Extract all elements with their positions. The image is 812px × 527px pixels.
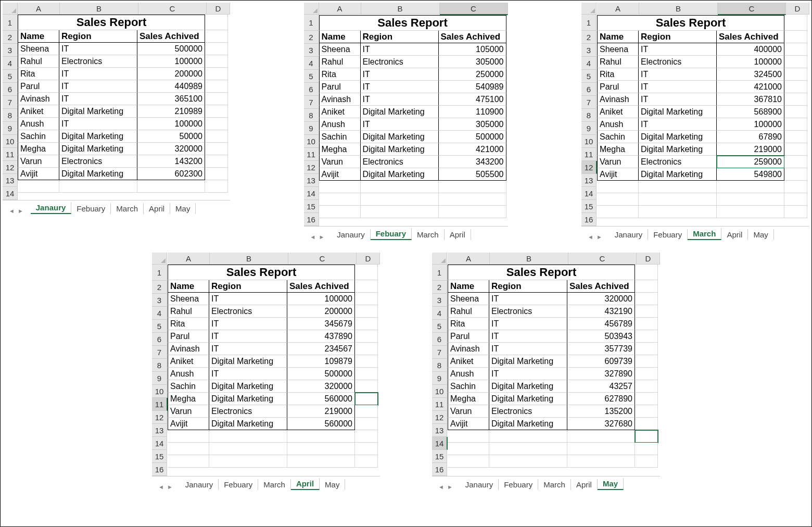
empty-cell[interactable] bbox=[717, 181, 784, 193]
empty-cell[interactable] bbox=[717, 193, 784, 206]
col-header-D[interactable]: D bbox=[357, 253, 380, 265]
header-B[interactable]: Region bbox=[639, 31, 717, 43]
data-cell[interactable]: 100000 bbox=[717, 118, 784, 131]
data-cell[interactable]: 327890 bbox=[567, 368, 635, 380]
data-cell[interactable]: 219000 bbox=[287, 405, 355, 418]
data-cell[interactable]: 437890 bbox=[287, 330, 355, 343]
row-header-9[interactable]: 9 bbox=[432, 372, 447, 385]
select-all-corner[interactable] bbox=[152, 253, 167, 265]
data-cell[interactable]: 250000 bbox=[439, 68, 506, 81]
row-header-6[interactable]: 6 bbox=[432, 333, 447, 346]
cell-D1[interactable] bbox=[784, 15, 807, 31]
data-cell[interactable]: Rita bbox=[319, 68, 361, 81]
data-cell[interactable]: IT bbox=[209, 368, 287, 380]
empty-cell[interactable] bbox=[448, 430, 489, 443]
col-header-C[interactable]: C bbox=[288, 253, 357, 265]
sheet-tab-april[interactable]: April bbox=[571, 479, 598, 490]
data-cell[interactable]: Rita bbox=[168, 318, 209, 330]
row-header-4[interactable]: 4 bbox=[3, 57, 18, 70]
data-cell[interactable]: 609739 bbox=[567, 355, 635, 368]
data-cell[interactable]: Sheena bbox=[319, 43, 361, 56]
sheet-tab-janaury[interactable]: Janaury bbox=[610, 229, 648, 240]
empty-cell[interactable] bbox=[59, 180, 137, 193]
row-header-5[interactable]: 5 bbox=[3, 70, 18, 83]
header-C[interactable]: Sales Achived bbox=[137, 30, 205, 43]
data-cell[interactable]: IT bbox=[489, 318, 567, 330]
cell-D13[interactable] bbox=[784, 168, 807, 181]
tab-next-icon[interactable]: ► bbox=[447, 484, 453, 490]
data-cell[interactable]: 200000 bbox=[287, 305, 355, 318]
data-cell[interactable]: Digital Marketing bbox=[59, 168, 137, 180]
data-cell[interactable]: Electronics bbox=[489, 405, 567, 418]
data-cell[interactable]: Sachin bbox=[597, 131, 639, 143]
row-header-3[interactable]: 3 bbox=[3, 44, 18, 57]
row-header-3[interactable]: 3 bbox=[432, 294, 447, 307]
cell-D1[interactable] bbox=[635, 265, 658, 280]
cell-D1[interactable] bbox=[205, 15, 228, 30]
row-header-15[interactable]: 15 bbox=[304, 200, 319, 213]
data-cell[interactable]: Digital Marketing bbox=[489, 380, 567, 393]
data-cell[interactable]: 540989 bbox=[439, 81, 506, 93]
data-cell[interactable]: Anush bbox=[319, 118, 361, 131]
sheet-tab-march[interactable]: March bbox=[688, 228, 721, 240]
data-cell[interactable]: 135200 bbox=[567, 405, 635, 418]
row-header-12[interactable]: 12 bbox=[152, 411, 167, 424]
empty-cell[interactable] bbox=[639, 193, 717, 206]
title-cell[interactable]: Sales Report bbox=[597, 15, 784, 31]
data-cell[interactable]: 43257 bbox=[567, 380, 635, 393]
empty-cell[interactable] bbox=[597, 206, 639, 218]
row-header-13[interactable]: 13 bbox=[3, 174, 18, 187]
row-header-16[interactable]: 16 bbox=[432, 463, 447, 476]
data-cell[interactable]: 440989 bbox=[137, 80, 205, 93]
header-C[interactable]: Sales Achived bbox=[567, 280, 635, 293]
row-header-10[interactable]: 10 bbox=[432, 385, 447, 398]
data-cell[interactable]: IT bbox=[209, 343, 287, 355]
row-header-7[interactable]: 7 bbox=[152, 346, 167, 359]
row-header-11[interactable]: 11 bbox=[152, 398, 168, 411]
cell-D2[interactable] bbox=[355, 280, 378, 293]
title-cell[interactable]: Sales Report bbox=[319, 15, 506, 31]
empty-cell[interactable] bbox=[784, 181, 807, 193]
data-cell[interactable]: IT bbox=[209, 330, 287, 343]
data-cell[interactable]: Digital Marketing bbox=[59, 105, 137, 118]
row-header-12[interactable]: 12 bbox=[581, 161, 597, 174]
data-cell[interactable]: Electronics bbox=[209, 405, 287, 418]
cell-D12[interactable] bbox=[635, 405, 658, 418]
row-header-2[interactable]: 2 bbox=[304, 31, 319, 44]
data-cell[interactable]: Electronics bbox=[209, 305, 287, 318]
title-cell[interactable]: Sales Report bbox=[448, 265, 635, 280]
data-cell[interactable]: IT bbox=[361, 93, 439, 106]
empty-cell[interactable] bbox=[489, 455, 567, 468]
empty-cell[interactable] bbox=[319, 181, 361, 193]
cell-D7[interactable] bbox=[205, 93, 228, 105]
data-cell[interactable]: Digital Marketing bbox=[209, 393, 287, 405]
row-header-3[interactable]: 3 bbox=[152, 294, 167, 307]
row-header-8[interactable]: 8 bbox=[432, 359, 447, 372]
data-cell[interactable]: Rahul bbox=[597, 56, 639, 68]
data-cell[interactable]: Avijit bbox=[168, 418, 209, 430]
data-cell[interactable]: Avinash bbox=[319, 93, 361, 106]
data-cell[interactable]: IT bbox=[639, 81, 717, 93]
tab-prev-icon[interactable]: ◄ bbox=[438, 484, 444, 490]
data-cell[interactable]: Varun bbox=[597, 156, 639, 168]
data-cell[interactable]: Parul bbox=[18, 80, 59, 93]
empty-cell[interactable] bbox=[439, 193, 506, 206]
row-header-6[interactable]: 6 bbox=[304, 83, 319, 96]
data-cell[interactable]: Digital Marketing bbox=[59, 143, 137, 155]
sheet-tab-may[interactable]: May bbox=[748, 229, 773, 240]
tab-nav[interactable]: ◄► bbox=[310, 234, 325, 240]
data-cell[interactable]: Megha bbox=[168, 393, 209, 405]
data-cell[interactable]: IT bbox=[361, 43, 439, 56]
data-cell[interactable]: IT bbox=[489, 293, 567, 305]
col-header-C[interactable]: C bbox=[440, 3, 508, 15]
tab-nav[interactable]: ◄► bbox=[588, 234, 602, 240]
cell-D6[interactable] bbox=[635, 330, 658, 343]
select-all-corner[interactable] bbox=[581, 3, 597, 15]
data-cell[interactable]: 560000 bbox=[287, 418, 355, 430]
empty-cell[interactable] bbox=[635, 430, 658, 443]
row-header-13[interactable]: 13 bbox=[581, 174, 597, 187]
empty-cell[interactable] bbox=[784, 193, 807, 206]
empty-cell[interactable] bbox=[635, 455, 658, 468]
header-A[interactable]: Name bbox=[168, 280, 209, 293]
row-header-8[interactable]: 8 bbox=[581, 109, 597, 122]
